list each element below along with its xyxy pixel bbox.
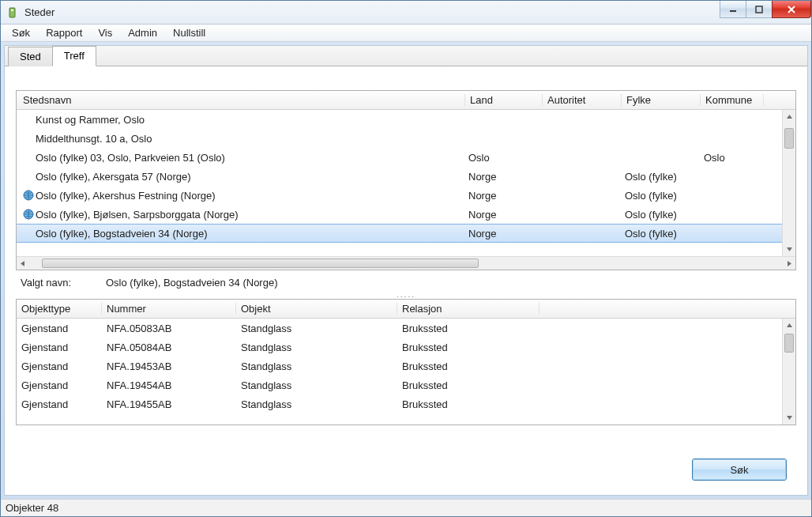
status-text: Objekter 48 bbox=[6, 502, 58, 514]
cell-land: Norge bbox=[464, 228, 541, 240]
app-icon bbox=[7, 6, 20, 19]
tabs: Sted Treff bbox=[5, 46, 807, 66]
menu-admin[interactable]: Admin bbox=[120, 25, 165, 41]
svg-rect-2 bbox=[730, 10, 736, 12]
cell-relasjon: Brukssted bbox=[397, 323, 539, 334]
places-row[interactable]: Kunst og Rammer, Oslo bbox=[17, 110, 795, 129]
objects-row[interactable]: GjenstandNFA.05084ABStandglassBrukssted bbox=[17, 338, 795, 357]
places-row[interactable]: Oslo (fylke), Akersgata 57 (Norge)NorgeO… bbox=[17, 167, 795, 186]
col-fylke[interactable]: Fylke bbox=[622, 94, 701, 106]
objects-row[interactable]: GjenstandNFA.19453ABStandglassBrukssted bbox=[17, 357, 795, 375]
cell-land: Norge bbox=[464, 171, 541, 183]
cell-relasjon: Brukssted bbox=[397, 360, 539, 372]
places-vscrollbar[interactable] bbox=[782, 110, 795, 256]
cell-objekt: Standglass bbox=[236, 342, 397, 353]
cell-objekttype: Gjenstand bbox=[17, 398, 102, 410]
scroll-thumb[interactable] bbox=[784, 334, 794, 353]
maximize-icon bbox=[755, 6, 763, 13]
titlebar[interactable]: Steder bbox=[1, 1, 811, 25]
tab-body-treff: Stedsnavn Land Autoritet Fylke Kommune K… bbox=[5, 66, 807, 495]
places-row[interactable]: Oslo (fylke), Akershus Festning (Norge)N… bbox=[17, 186, 795, 205]
cell-nummer: NFA.05083AB bbox=[102, 323, 236, 334]
places-row[interactable]: Oslo (fylke) 03, Oslo, Parkveien 51 (Osl… bbox=[17, 148, 795, 167]
col-land[interactable]: Land bbox=[465, 94, 543, 106]
places-hscrollbar[interactable] bbox=[17, 256, 795, 270]
objects-vscrollbar[interactable] bbox=[782, 319, 795, 425]
globe-icon bbox=[21, 190, 36, 201]
footer: Søk bbox=[16, 451, 796, 487]
col-nummer[interactable]: Nummer bbox=[102, 303, 236, 315]
places-row[interactable]: Oslo (fylke), Bjølsen, Sarpsborggata (No… bbox=[17, 205, 795, 224]
splitter[interactable]: ..... bbox=[16, 290, 796, 299]
minimize-button[interactable] bbox=[720, 1, 746, 18]
objects-row[interactable]: GjenstandNFA.05083ABStandglassBrukssted bbox=[17, 319, 795, 338]
cell-objekt: Standglass bbox=[236, 360, 397, 372]
window-controls bbox=[720, 1, 811, 18]
scroll-left-icon[interactable] bbox=[17, 257, 28, 270]
cell-nummer: NFA.19454AB bbox=[102, 379, 236, 391]
menu-rapport[interactable]: Rapport bbox=[38, 25, 90, 41]
cell-fylke: Oslo (fylke) bbox=[620, 228, 699, 240]
col-kommune[interactable]: Kommune bbox=[701, 94, 764, 106]
cell-stedsnavn: Middelthunsgt. 10 a, Oslo bbox=[36, 133, 152, 145]
cell-land: Oslo bbox=[464, 152, 541, 164]
places-row[interactable]: Middelthunsgt. 10 a, Oslo bbox=[17, 129, 795, 148]
search-button[interactable]: Søk bbox=[692, 459, 787, 481]
scroll-right-icon[interactable] bbox=[784, 257, 795, 270]
svg-rect-3 bbox=[756, 6, 762, 13]
maximize-button[interactable] bbox=[746, 1, 773, 18]
close-icon bbox=[787, 5, 796, 14]
menu-sok[interactable]: Søk bbox=[4, 25, 38, 41]
col-stedsnavn[interactable]: Stedsnavn bbox=[17, 94, 465, 106]
scroll-down-icon[interactable] bbox=[784, 243, 795, 256]
tab-sted[interactable]: Sted bbox=[8, 47, 53, 66]
selected-name-value: Oslo (fylke), Bogstadveien 34 (Norge) bbox=[106, 277, 277, 289]
col-autoritet[interactable]: Autoritet bbox=[543, 94, 622, 106]
cell-land: Norge bbox=[464, 209, 541, 221]
globe-icon bbox=[21, 209, 36, 220]
hscroll-thumb[interactable] bbox=[42, 258, 479, 268]
objects-grid-body: GjenstandNFA.05083ABStandglassBruksstedG… bbox=[17, 319, 795, 425]
cell-objekttype: Gjenstand bbox=[17, 323, 102, 334]
cell-relasjon: Brukssted bbox=[397, 342, 539, 353]
svg-rect-0 bbox=[9, 8, 15, 17]
cell-objekt: Standglass bbox=[236, 323, 397, 334]
menu-vis[interactable]: Vis bbox=[90, 25, 120, 41]
scroll-thumb[interactable] bbox=[784, 128, 794, 149]
col-relasjon[interactable]: Relasjon bbox=[397, 303, 539, 315]
scroll-track[interactable] bbox=[783, 332, 795, 411]
objects-row[interactable]: GjenstandNFA.19454ABStandglassBrukssted bbox=[17, 375, 795, 394]
client-area: Sted Treff Stedsnavn Land Autoritet Fylk… bbox=[4, 45, 808, 496]
statusbar: Objekter 48 bbox=[1, 499, 811, 516]
cell-stedsnavn: Oslo (fylke), Bogstadveien 34 (Norge) bbox=[36, 228, 207, 240]
places-grid-body: Kunst og Rammer, OsloMiddelthunsgt. 10 a… bbox=[17, 110, 795, 256]
cell-objekt: Standglass bbox=[236, 398, 397, 410]
scroll-down-icon[interactable] bbox=[784, 411, 795, 425]
hscroll-track[interactable] bbox=[42, 257, 770, 270]
cell-fylke: Oslo (fylke) bbox=[620, 190, 699, 202]
cell-nummer: NFA.19455AB bbox=[102, 398, 236, 410]
cell-stedsnavn: Kunst og Rammer, Oslo bbox=[36, 114, 145, 126]
tab-treff[interactable]: Treff bbox=[52, 46, 96, 66]
objects-grid-header: Objekttype Nummer Objekt Relasjon bbox=[17, 300, 795, 319]
col-objekttype[interactable]: Objekttype bbox=[17, 303, 102, 315]
scroll-track[interactable] bbox=[783, 123, 795, 243]
scroll-up-icon[interactable] bbox=[784, 110, 795, 123]
cell-nummer: NFA.05084AB bbox=[102, 342, 236, 353]
places-row[interactable]: Oslo (fylke), Bogstadveien 34 (Norge)Nor… bbox=[17, 224, 795, 243]
selected-name-label: Valgt navn: bbox=[21, 277, 106, 289]
cell-fylke: Oslo (fylke) bbox=[620, 171, 699, 183]
window-title: Steder bbox=[24, 6, 55, 18]
cell-objekt: Standglass bbox=[236, 379, 397, 391]
cell-objekttype: Gjenstand bbox=[17, 342, 102, 353]
col-objekt[interactable]: Objekt bbox=[236, 303, 397, 315]
objects-row[interactable]: GjenstandNFA.19455ABStandglassBrukssted bbox=[17, 394, 795, 413]
scroll-up-icon[interactable] bbox=[784, 319, 795, 332]
cell-objekttype: Gjenstand bbox=[17, 379, 102, 391]
cell-relasjon: Brukssted bbox=[397, 379, 539, 391]
places-grid-header: Stedsnavn Land Autoritet Fylke Kommune bbox=[17, 91, 795, 110]
close-button[interactable] bbox=[772, 1, 811, 18]
app-window: Steder Søk Rapport Vis Admin Nullstill S… bbox=[0, 0, 812, 517]
places-grid: Stedsnavn Land Autoritet Fylke Kommune K… bbox=[16, 90, 796, 270]
menu-nullstill[interactable]: Nullstill bbox=[165, 25, 213, 41]
